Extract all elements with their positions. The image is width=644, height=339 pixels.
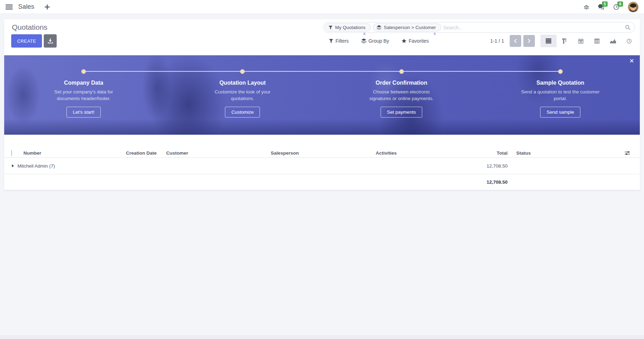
step-description: Send a quotation to test the customer po… [521, 89, 600, 102]
onboarding-step-company-data: Company Data Set your company's data for… [4, 55, 163, 135]
set-payments-button[interactable]: Set payments [381, 107, 422, 118]
bottom-scroll-strip[interactable] [0, 335, 644, 339]
pager-range: 1-1 / 1 [490, 38, 504, 44]
group-by-menu[interactable]: Group By [361, 38, 389, 44]
view-pivot-button[interactable] [589, 35, 605, 47]
debug-bug-icon[interactable] [583, 4, 589, 10]
search-facet-my-quotations[interactable]: My Quotations x [325, 23, 371, 31]
column-header-number[interactable]: Number [23, 150, 126, 156]
footer-total: 12,708.50 [463, 179, 508, 185]
layers-icon [361, 38, 366, 43]
content-card: Quotations My Quotations x Salesperson >… [4, 19, 640, 190]
facet-label: Salesperson > Customer [384, 25, 436, 30]
plus-tab-icon[interactable] [45, 5, 50, 9]
column-header-total[interactable]: Total [463, 150, 508, 156]
messages-count-badge: 5 [602, 1, 608, 7]
export-download-button[interactable] [44, 34, 57, 48]
page-title: Quotations [12, 23, 48, 31]
column-header-status[interactable]: Status [508, 150, 586, 156]
group-total: 12,708.50 [463, 163, 508, 169]
view-graph-button[interactable] [605, 35, 621, 47]
group-expand-caret-icon[interactable] [12, 164, 14, 167]
step-title: Sample Quotation [481, 80, 640, 86]
graph-view-icon [610, 39, 616, 43]
facet-label: My Quotations [335, 25, 366, 30]
step-title: Quotation Layout [163, 80, 322, 86]
control-panel: Quotations My Quotations x Salesperson >… [4, 19, 640, 55]
group-row-mitchell-admin[interactable]: Mitchell Admin (7) 12,708.50 [4, 158, 640, 174]
step-title: Order Confirmation [322, 80, 481, 86]
favorites-label: Favorites [409, 38, 429, 44]
optional-columns-icon[interactable] [586, 151, 640, 155]
top-navbar: Sales 5 6 [0, 0, 644, 14]
customize-button[interactable]: Customize [225, 107, 260, 118]
search-icon[interactable] [625, 25, 630, 30]
search-facet-groupby[interactable]: Salesperson > Customer x [373, 23, 441, 31]
app-name[interactable]: Sales [18, 3, 34, 10]
star-icon [402, 38, 406, 43]
facet-remove-icon[interactable]: x [433, 31, 436, 36]
search-bar[interactable]: My Quotations x Salesperson > Customer x [323, 22, 635, 33]
messages-icon[interactable]: 5 [598, 4, 605, 10]
column-header-customer[interactable]: Customer [166, 150, 271, 156]
step-description: Choose between electronic signatures or … [362, 89, 441, 102]
kanban-view-icon [562, 38, 567, 44]
onboarding-step-quotation-layout: Quotation Layout Customize the look of y… [163, 55, 322, 135]
activity-view-icon [627, 38, 632, 44]
list-view-icon [546, 38, 551, 43]
onboarding-banner: ✕ Company Data Set your company's data f… [4, 55, 640, 135]
table-footer-row: 12,708.50 [4, 174, 640, 190]
column-header-creation-date[interactable]: Creation Date [126, 150, 166, 156]
group-label: Mitchell Admin (7) [17, 163, 55, 169]
filter-funnel-icon [329, 39, 333, 43]
step-description: Customize the look of your quotations. [203, 89, 282, 102]
view-calendar-button[interactable] [573, 35, 589, 47]
chevron-left-icon [514, 39, 517, 43]
table-header-row: Number Creation Date Customer Salesperso… [4, 148, 640, 158]
timeline-dot [399, 69, 404, 74]
search-input[interactable] [443, 25, 623, 30]
pager: 1-1 / 1 [490, 35, 535, 47]
activities-clock-icon[interactable]: 6 [613, 4, 620, 10]
banner-close-icon[interactable]: ✕ [629, 58, 634, 64]
pager-previous-button[interactable] [510, 35, 521, 47]
onboarding-step-sample-quotation: Sample Quotation Send a quotation to tes… [481, 55, 640, 135]
column-header-salesperson[interactable]: Salesperson [271, 150, 376, 156]
timeline-dot [82, 69, 86, 74]
onboarding-step-order-confirmation: Order Confirmation Choose between electr… [322, 55, 481, 135]
chevron-right-icon [528, 39, 531, 43]
step-description: Set your company's data for documents he… [44, 89, 123, 102]
download-icon [48, 38, 53, 43]
view-switcher [540, 35, 637, 47]
filters-label: Filters [335, 38, 349, 44]
send-sample-button[interactable]: Send sample [540, 107, 580, 118]
view-kanban-button[interactable] [557, 35, 573, 47]
view-list-button[interactable] [540, 35, 557, 47]
select-all-checkbox[interactable] [11, 150, 12, 156]
timeline-dot [558, 69, 562, 74]
filter-funnel-icon [328, 26, 333, 30]
group-by-label: Group By [368, 38, 389, 44]
calendar-view-icon [578, 38, 583, 44]
filters-menu[interactable]: Filters [329, 38, 349, 44]
pivot-view-icon [594, 38, 600, 44]
user-avatar[interactable] [628, 2, 638, 12]
timeline-dot [240, 69, 245, 74]
column-header-activities[interactable]: Activities [376, 150, 463, 156]
activities-count-badge: 6 [617, 1, 623, 7]
hamburger-menu-icon[interactable] [6, 4, 13, 10]
pager-next-button[interactable] [523, 35, 535, 47]
lets-start-button[interactable]: Let's start! [66, 107, 101, 118]
create-button[interactable]: CREATE [11, 34, 42, 48]
favorites-menu[interactable]: Favorites [402, 38, 429, 44]
layers-icon [377, 25, 381, 30]
view-activity-button[interactable] [621, 35, 637, 47]
step-title: Company Data [4, 80, 163, 86]
